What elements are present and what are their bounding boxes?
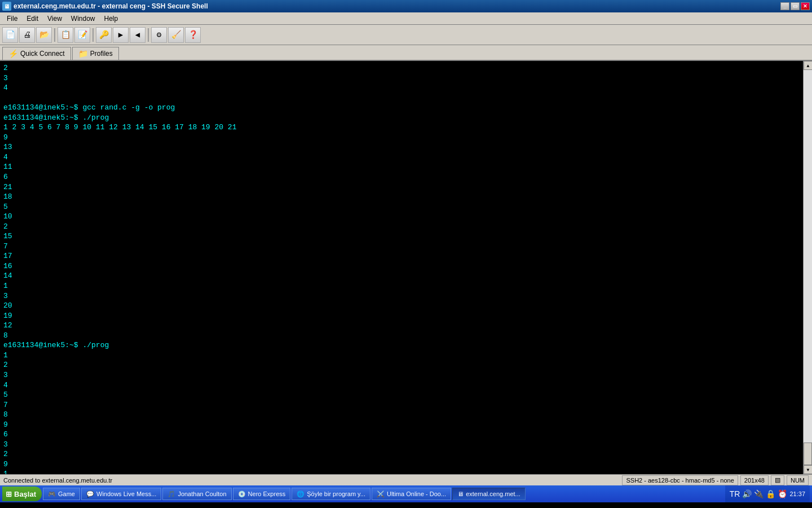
game2-icon: ⚔️ (377, 491, 385, 498)
toolbar-sep2 (92, 28, 94, 42)
taskbar-items: 🎮 Game 💬 Windows Live Mess... 🎵 Jonathan… (43, 488, 724, 500)
restore-button[interactable]: ▭ (791, 2, 800, 10)
game2-label: Ultima Online - Doo... (387, 491, 446, 497)
toolbar-help[interactable]: ❓ (185, 27, 201, 43)
tab-quickconnect-label: Quick Connect (20, 50, 65, 58)
taskbar-item-game[interactable]: 🎮 Game (43, 488, 80, 500)
toolbar: 📄 🖨 📂 📋 📝 🔑 ▶ ◀ ⚙️ 🧹 ❓ (0, 25, 812, 45)
terminal-output[interactable]: 2 3 4 e1631134@inek5:~$ gcc rand.c -g -o… (0, 61, 803, 474)
tab-bar: ⚡ Quick Connect 📁 Profiles (0, 45, 812, 61)
toolbar-settings[interactable]: ⚙️ (151, 27, 167, 43)
status-num: NUM (787, 475, 809, 485)
tray-language[interactable]: TR (730, 489, 740, 498)
tab-quickconnect[interactable]: ⚡ Quick Connect (2, 47, 71, 60)
start-button[interactable]: ⊞ Başlat (2, 487, 42, 501)
taskbar-item-music[interactable]: 🎵 Jonathan Coulton (162, 488, 231, 500)
taskbar-time: 21:37 (789, 491, 805, 497)
taskbar-item-messenger[interactable]: 💬 Windows Live Mess... (81, 488, 161, 500)
nero-icon: 💿 (238, 491, 246, 498)
close-button[interactable]: ✕ (801, 2, 810, 10)
toolbar-clear[interactable]: 🧹 (168, 27, 184, 43)
status-size: 201x48 (740, 475, 769, 485)
toolbar-open[interactable]: 📂 (36, 27, 52, 43)
terminal-wrapper: 2 3 4 e1631134@inek5:~$ gcc rand.c -g -o… (0, 61, 812, 474)
scroll-track[interactable] (804, 70, 812, 465)
tray-volume[interactable]: 🔊 (742, 489, 752, 498)
vertical-scrollbar[interactable]: ▲ ▼ (803, 61, 812, 474)
tab-profiles-label: Profiles (90, 50, 113, 58)
toolbar-prev[interactable]: ◀ (130, 27, 145, 43)
toolbar-key[interactable]: 🔑 (96, 27, 112, 43)
browser-label: Şöyle bir program y... (307, 491, 365, 497)
toolbar-print[interactable]: 🖨 (19, 27, 35, 43)
toolbar-next[interactable]: ▶ (113, 27, 129, 43)
taskbar-tray: TR 🔊 🔌 🔒 ⏰ 21:37 (725, 485, 810, 502)
nero-label: Nero Express (248, 491, 286, 497)
toolbar-new[interactable]: 📄 (2, 27, 18, 43)
browser-icon: 🌐 (297, 491, 304, 498)
menu-help[interactable]: Help (100, 14, 123, 24)
start-label: Başlat (14, 490, 36, 498)
menu-file[interactable]: File (2, 14, 22, 24)
tab-profiles[interactable]: 📁 Profiles (72, 47, 119, 60)
menu-bar: File Edit View Window Help (0, 12, 812, 25)
ssh-icon: 🖥 (457, 491, 464, 497)
ssh-label: external.ceng.met... (466, 491, 520, 497)
messenger-icon: 💬 (86, 491, 94, 498)
taskbar-item-browser[interactable]: 🌐 Şöyle bir program y... (292, 488, 370, 500)
quickconnect-icon: ⚡ (8, 49, 18, 58)
taskbar: ⊞ Başlat 🎮 Game 💬 Windows Live Mess... 🎵… (0, 485, 812, 502)
tray-security[interactable]: 🔒 (766, 489, 775, 498)
windows-logo: ⊞ (6, 490, 12, 498)
status-bar: Connected to external.ceng.metu.edu.tr S… (0, 474, 812, 485)
messenger-label: Windows Live Mess... (96, 491, 156, 497)
menu-view[interactable]: View (43, 14, 67, 24)
profiles-icon: 📁 (78, 49, 88, 58)
minimize-button[interactable]: _ (780, 2, 789, 10)
app-icon: 🖥 (2, 2, 11, 11)
status-connection: Connected to external.ceng.metu.edu.tr (3, 477, 112, 484)
taskbar-item-ssh[interactable]: 🖥 external.ceng.met... (452, 488, 526, 500)
status-icon: ▧ (771, 475, 784, 485)
toolbar-sep1 (54, 28, 55, 42)
toolbar-sep3 (148, 28, 149, 42)
music-label: Jonathan Coulton (178, 491, 226, 497)
tray-clock: ⏰ (778, 489, 787, 498)
toolbar-copy-file[interactable]: 📋 (58, 27, 73, 43)
window-title: external.ceng.metu.edu.tr - external cen… (14, 2, 208, 10)
title-bar: 🖥 external.ceng.metu.edu.tr - external c… (0, 0, 812, 12)
scroll-down-button[interactable]: ▼ (804, 465, 812, 474)
status-encryption: SSH2 - aes128-cbc - hmac-md5 - none (622, 475, 738, 485)
music-icon: 🎵 (167, 491, 175, 498)
taskbar-item-game2[interactable]: ⚔️ Ultima Online - Doo... (372, 488, 451, 500)
taskbar-item-nero[interactable]: 💿 Nero Express (233, 488, 291, 500)
scroll-thumb[interactable] (804, 443, 812, 465)
window-controls: _ ▭ ✕ (780, 2, 810, 10)
game-icon: 🎮 (48, 491, 56, 498)
status-right: SSH2 - aes128-cbc - hmac-md5 - none 201x… (622, 475, 809, 485)
menu-edit[interactable]: Edit (22, 14, 43, 24)
toolbar-edit-file[interactable]: 📝 (74, 27, 90, 43)
scroll-up-button[interactable]: ▲ (804, 61, 812, 70)
menu-window[interactable]: Window (67, 14, 100, 24)
tray-network[interactable]: 🔌 (754, 489, 764, 498)
game-label: Game (58, 491, 75, 497)
